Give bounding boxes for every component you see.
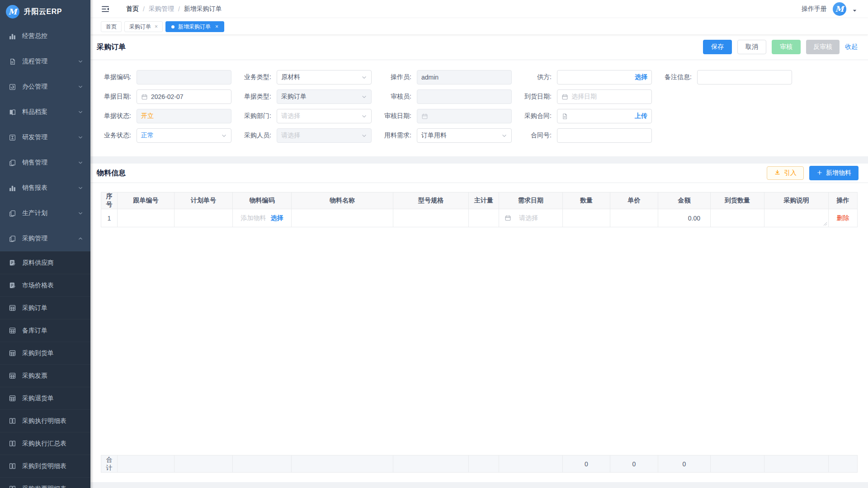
summary-cell-seq: 合计 <box>101 455 118 473</box>
sidebar-subitem-label: 采购订单 <box>22 304 47 312</box>
chevron-down-icon <box>78 211 83 216</box>
chevron-down-icon <box>78 135 83 140</box>
cell-demand-date[interactable]: 请选择 <box>499 209 563 227</box>
arrival-date-field[interactable]: 选择日期 <box>557 89 652 104</box>
chevron-down-icon <box>78 109 83 115</box>
cell-qty <box>563 209 610 227</box>
cell-amount: 0.00 <box>658 209 711 227</box>
sidebar-item-sales-mgmt[interactable]: 销售管理 <box>0 150 90 175</box>
tab-purchase-order[interactable]: 采购订单× <box>124 21 163 32</box>
materials-title: 物料信息 <box>97 169 126 178</box>
doc-date-field[interactable]: 2026-02-07 <box>137 89 231 104</box>
auditor-label: 审核员: <box>377 89 411 104</box>
remark-field[interactable] <box>697 70 792 84</box>
doc-code-label: 单据编码: <box>97 70 131 84</box>
chevron-down-icon <box>501 133 507 139</box>
cancel-button[interactable]: 取消 <box>737 40 766 54</box>
help-manual-link[interactable]: 操作手册 <box>802 5 827 13</box>
sidebar-subitem-purchase-return[interactable]: 采购退货单 <box>0 387 90 409</box>
sidebar-item-label: 经营总控 <box>22 32 83 40</box>
breadcrumb-item: 首页 <box>126 5 139 13</box>
select-material-link[interactable]: 选择 <box>271 214 283 222</box>
materials-summary-table: 合计000 <box>101 455 858 473</box>
sidebar-item-label: 研发管理 <box>22 133 72 141</box>
plus-icon <box>816 169 823 177</box>
sidebar-item-office-mgmt[interactable]: 办公管理 <box>0 74 90 99</box>
sidebar-subitem-label: 采购到货单 <box>22 349 54 357</box>
summary-cell-demand-date <box>499 455 563 473</box>
sidebar-item-purchase-mgmt[interactable]: 采购管理 <box>0 226 90 251</box>
material-demand-field[interactable]: 订单用料 <box>417 128 512 143</box>
operator-field: admin <box>417 70 512 84</box>
import-button[interactable]: 引入 <box>767 166 804 180</box>
app-title: 升阳云ERP <box>24 7 62 17</box>
tab-home[interactable]: 首页 <box>101 21 122 32</box>
summary-cell-plan-no <box>175 455 233 473</box>
save-button[interactable]: 保存 <box>703 40 732 54</box>
archive-icon <box>9 108 16 116</box>
tab-new-purchase-order[interactable]: 新增采购订单× <box>165 21 224 32</box>
unaudit-button: 反审核 <box>806 40 840 54</box>
resize-handle-icon[interactable] <box>823 222 827 226</box>
sidebar-subitem-raw-supplier[interactable]: 原料供应商 <box>0 251 90 274</box>
sidebar-subitem-purchase-arrival-detail[interactable]: 采购到货明细表 <box>0 455 90 477</box>
chevron-down-icon <box>78 185 83 191</box>
cell-material-code: 添加物料选择 <box>233 209 292 227</box>
sidebar-item-label: 流程管理 <box>22 57 72 66</box>
sidebar-item-process-mgmt[interactable]: 流程管理 <box>0 49 90 74</box>
chart-bar-icon <box>9 184 16 192</box>
sidebar-item-material-archive[interactable]: 料品档案 <box>0 99 90 125</box>
breadcrumb-separator: / <box>143 5 145 13</box>
sidebar-subitem-purchase-invoice[interactable]: 采购发票 <box>0 364 90 387</box>
col-header-seq: 序号 <box>101 192 118 209</box>
sidebar-item-sales-report[interactable]: 销售报表 <box>0 175 90 201</box>
sidebar-subitem-purchase-invoice-detail[interactable]: 采购发票明细表 <box>0 477 90 488</box>
supplier-action-link[interactable]: 选择 <box>635 73 647 81</box>
tab-label: 首页 <box>106 23 117 31</box>
purchase-contract-field[interactable]: 上传 <box>557 109 652 123</box>
chevron-down-icon <box>361 94 367 100</box>
order-form-header: 采购订单 保存 取消 审核 反审核 收起 <box>90 34 868 60</box>
chevron-down-icon <box>78 160 83 165</box>
calendar-icon <box>561 94 568 100</box>
purchase-staff-placeholder: 请选择 <box>281 131 300 140</box>
breadcrumb-item[interactable]: 采购管理 <box>149 5 174 13</box>
sidebar-subitem-purchase-exec-detail[interactable]: 采购执行明细表 <box>0 409 90 432</box>
sidebar-item-production-plan[interactable]: 生产计划 <box>0 201 90 226</box>
sidebar-subitem-stock-order[interactable]: 备库订单 <box>0 319 90 342</box>
sidebar-subitem-purchase-arrival[interactable]: 采购到货单 <box>0 342 90 364</box>
cell-purchase-note[interactable] <box>764 209 829 227</box>
purchase-dept-field[interactable]: 请选择 <box>277 109 372 123</box>
menu-fold-icon[interactable] <box>101 5 110 14</box>
purchase-dept-placeholder: 请选择 <box>281 112 300 120</box>
avatar-caret-icon[interactable] <box>852 8 857 13</box>
sidebar-subitem-purchase-order[interactable]: 采购订单 <box>0 296 90 319</box>
arrival-date-label: 到货日期: <box>517 89 552 104</box>
sidebar-subitem-label: 采购发票明细表 <box>22 485 66 488</box>
tabbar: 首页采购订单×新增采购订单× <box>90 18 868 34</box>
supplier-field[interactable]: 选择 <box>557 70 652 84</box>
sidebar-subitem-purchase-exec-summary[interactable]: 采购执行汇总表 <box>0 432 90 455</box>
doc-date-value: 2026-02-07 <box>151 93 184 100</box>
purchase-contract-action-link[interactable]: 上传 <box>635 112 647 120</box>
business-type-field[interactable]: 原材料 <box>277 70 372 84</box>
copy-icon <box>9 235 16 243</box>
delete-row-link[interactable]: 删除 <box>837 214 849 221</box>
contract-no-field[interactable] <box>557 128 652 143</box>
sidebar-item-business-control[interactable]: 经营总控 <box>0 23 90 49</box>
col-header-price: 单价 <box>610 192 658 209</box>
sidebar-item-rd-mgmt[interactable]: 研发管理 <box>0 125 90 150</box>
sidebar-subitem-market-price[interactable]: 市场价格表 <box>0 274 90 296</box>
material-row: 1添加物料选择请选择0.00删除 <box>101 209 858 227</box>
cell-operation: 删除 <box>829 209 858 227</box>
tab-close-icon[interactable]: × <box>155 24 158 29</box>
chevron-down-icon <box>361 113 367 119</box>
active-tab-dot <box>171 25 175 28</box>
add-material-button[interactable]: 新增物料 <box>809 166 859 180</box>
sidebar-subitem-label: 采购到货明细表 <box>22 462 66 470</box>
avatar[interactable]: M <box>833 2 846 16</box>
business-status-field[interactable]: 正常 <box>137 128 231 143</box>
sidebar-subitem-label: 市场价格表 <box>22 282 54 290</box>
tab-close-icon[interactable]: × <box>215 24 218 29</box>
collapse-link[interactable]: 收起 <box>845 43 858 51</box>
